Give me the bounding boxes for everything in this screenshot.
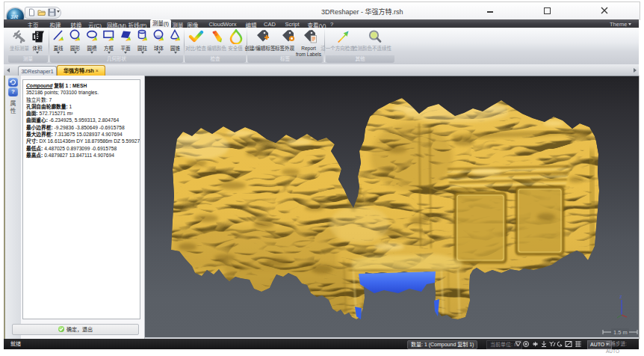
svg-text:1.5 m: 1.5 m [613, 329, 628, 336]
svg-text:z: z [619, 294, 622, 299]
